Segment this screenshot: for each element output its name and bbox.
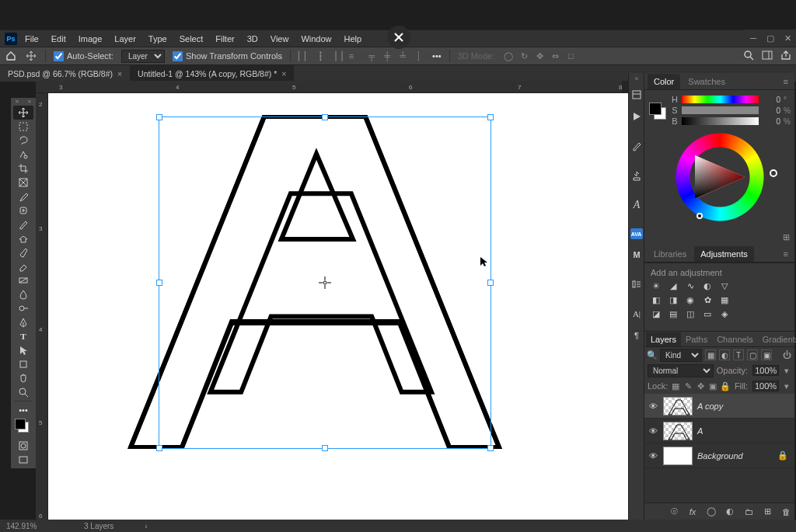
layer-thumbnail[interactable] — [663, 397, 693, 416]
distribute-bottom-icon[interactable]: ╧ — [396, 50, 409, 62]
lock-brush-icon[interactable]: ✎ — [683, 381, 693, 391]
filter-kind-select[interactable]: Kind — [660, 349, 702, 362]
pen-tool[interactable] — [13, 315, 33, 329]
filter-smart-icon[interactable]: ▣ — [761, 349, 772, 360]
invert-adj-icon[interactable]: ◪ — [651, 308, 662, 319]
crop-tool[interactable] — [13, 162, 33, 176]
ava-panel-icon[interactable]: AVA — [630, 228, 643, 239]
transform-handle-n[interactable] — [322, 114, 328, 120]
visibility-toggle-icon[interactable]: 👁 — [648, 426, 658, 436]
gradient-map-adj-icon[interactable]: ▭ — [702, 308, 713, 319]
align-center-h-icon[interactable]: ┇ — [314, 50, 326, 62]
window-minimize-button[interactable]: ─ — [745, 30, 762, 47]
properties-panel-icon[interactable] — [629, 273, 644, 295]
quick-mask-icon[interactable] — [13, 439, 33, 453]
posterize-adj-icon[interactable]: ▤ — [668, 308, 679, 319]
lock-icon[interactable]: 🔒 — [777, 450, 791, 461]
tab-swatches[interactable]: Swatches — [682, 74, 731, 89]
document-view[interactable]: 3 4 5 6 7 8 2 3 4 5 6 — [36, 81, 631, 520]
channel-mixer-adj-icon[interactable]: ✿ — [702, 294, 713, 305]
filter-toggle-icon[interactable]: ⏻ — [782, 350, 791, 360]
panel-menu-icon[interactable]: ≡ — [777, 74, 791, 89]
share-icon[interactable] — [780, 50, 791, 62]
auto-select-target-select[interactable]: Layer — [121, 50, 165, 63]
menu-filter[interactable]: Filter — [211, 33, 239, 45]
transform-handle-ne[interactable] — [487, 114, 494, 120]
new-layer-icon[interactable]: ⊞ — [762, 506, 773, 517]
hue-indicator[interactable] — [770, 169, 777, 177]
menu-window[interactable]: Window — [296, 33, 336, 45]
layer-thumbnail[interactable] — [663, 422, 693, 440]
exposure-adj-icon[interactable]: ◐ — [702, 280, 713, 291]
marquee-tool[interactable] — [13, 120, 33, 134]
menu-select[interactable]: Select — [175, 33, 208, 45]
healing-brush-tool[interactable] — [13, 203, 33, 217]
vibrance-adj-icon[interactable]: ▽ — [719, 280, 730, 291]
visibility-toggle-icon[interactable]: 👁 — [648, 451, 658, 461]
brushes-panel-icon[interactable] — [629, 135, 644, 157]
menu-help[interactable]: Help — [340, 33, 367, 45]
color-indicator[interactable] — [696, 213, 703, 219]
add-mask-icon[interactable]: ◯ — [706, 506, 717, 517]
ruler-vertical[interactable]: 2 3 4 5 6 — [36, 93, 48, 520]
gradient-tool[interactable] — [13, 273, 33, 287]
overlay-close-button[interactable] — [387, 26, 410, 49]
layer-item[interactable]: 👁 Background 🔒 — [644, 443, 794, 468]
chevron-right-icon[interactable]: › — [145, 522, 147, 530]
history-panel-icon[interactable] — [629, 84, 644, 106]
layer-name[interactable]: A — [697, 426, 703, 436]
layer-thumbnail[interactable] — [663, 447, 693, 465]
distribute-spacing-icon[interactable]: ┆ — [412, 50, 424, 62]
hand-tool[interactable] — [13, 371, 33, 385]
distribute-middle-icon[interactable]: ╪ — [381, 50, 393, 62]
align-more-icon[interactable]: ≡ — [345, 50, 358, 62]
ruler-horizontal[interactable]: 3 4 5 6 7 8 — [36, 81, 622, 93]
zoom-tool[interactable] — [13, 385, 33, 399]
m-panel-icon[interactable]: M — [629, 244, 644, 266]
canvas[interactable] — [48, 93, 631, 520]
filter-shape-icon[interactable]: ▢ — [747, 349, 758, 360]
canvas-area[interactable] — [48, 93, 631, 520]
character-panel-icon[interactable]: A — [629, 194, 644, 216]
transform-handle-e[interactable] — [487, 280, 494, 286]
tab-paths[interactable]: Paths — [681, 332, 712, 346]
delete-layer-icon[interactable]: 🗑 — [780, 506, 791, 517]
visibility-toggle-icon[interactable]: 👁 — [648, 402, 658, 411]
filter-search-icon[interactable]: 🔍 — [648, 350, 657, 360]
curves-adj-icon[interactable]: ∿ — [685, 280, 696, 291]
panel-menu-icon[interactable]: ≡ — [777, 246, 791, 262]
transform-handle-w[interactable] — [156, 280, 162, 286]
menu-file[interactable]: File — [20, 33, 44, 45]
collapse-toggle-icon[interactable]: « — [629, 73, 644, 84]
type-tool[interactable]: T — [13, 329, 33, 343]
edit-toolbar-icon[interactable]: ••• — [13, 403, 33, 417]
shape-tool[interactable] — [13, 357, 33, 371]
transform-bounding-box[interactable] — [159, 116, 491, 449]
menu-type[interactable]: Type — [144, 33, 172, 45]
photo-filter-adj-icon[interactable]: ◉ — [685, 294, 696, 305]
blur-tool[interactable] — [13, 287, 33, 301]
play-panel-icon[interactable] — [629, 106, 644, 127]
hue-slider[interactable] — [682, 96, 759, 103]
document-tab[interactable]: Untitled-1 @ 143% (A copy, RGB/8#) * × — [130, 65, 294, 82]
tab-channels[interactable]: Channels — [712, 332, 757, 346]
path-select-tool[interactable] — [13, 343, 33, 357]
fg-bg-color-swatches[interactable] — [649, 103, 666, 120]
transform-handle-sw[interactable] — [156, 445, 162, 451]
transform-center-icon[interactable] — [319, 276, 331, 289]
home-icon[interactable] — [5, 50, 17, 62]
tab-close-icon[interactable]: × — [117, 69, 122, 78]
screen-mode-icon[interactable] — [13, 453, 33, 467]
selective-color-adj-icon[interactable]: ◈ — [719, 308, 730, 319]
move-tool[interactable] — [13, 106, 33, 120]
distribute-top-icon[interactable]: ╤ — [365, 50, 378, 62]
fg-bg-swatches[interactable] — [13, 417, 33, 439]
auto-select-checkbox[interactable]: Auto-Select: — [54, 51, 113, 61]
sat-slider[interactable] — [682, 106, 759, 114]
fill-value[interactable]: 100% — [752, 381, 779, 391]
opacity-value[interactable]: 100% — [752, 365, 779, 376]
lock-artboard-icon[interactable]: ▣ — [708, 381, 717, 391]
quick-select-tool[interactable] — [13, 148, 33, 162]
menu-edit[interactable]: Edit — [47, 33, 71, 45]
window-maximize-button[interactable]: ▢ — [762, 30, 779, 47]
